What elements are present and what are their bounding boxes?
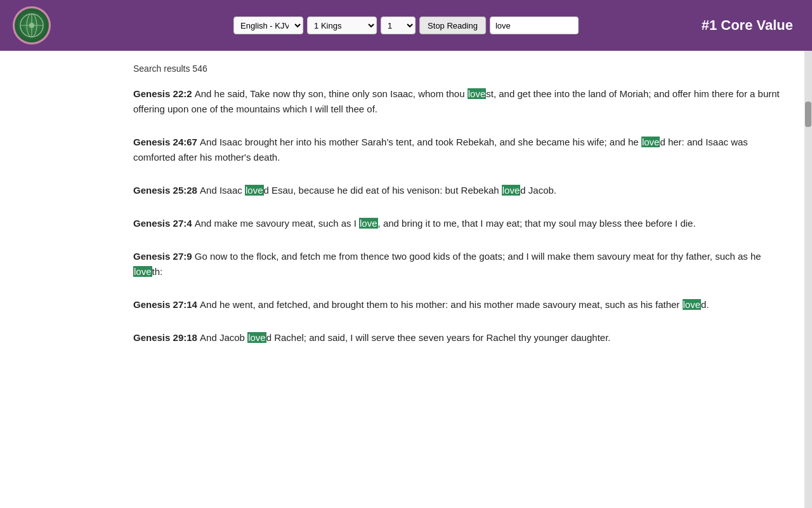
verse-ref: Genesis 25:28	[133, 185, 200, 196]
search-highlight: love	[641, 137, 660, 147]
verse-block: Genesis 25:28 And Isaac loved Esau, beca…	[133, 183, 780, 198]
search-highlight: love	[133, 266, 152, 277]
search-highlight: love	[359, 218, 378, 229]
verse-block: Genesis 27:9 Go now to the flock, and fe…	[133, 249, 780, 279]
logo-inner	[15, 9, 48, 42]
content-area: Search results 546 Genesis 22:2 And he s…	[0, 51, 799, 382]
verse-ref: Genesis 27:4	[133, 218, 195, 229]
search-highlight: love	[247, 332, 266, 343]
verse-block: Genesis 22:2 And he said, Take now thy s…	[133, 86, 780, 117]
stop-reading-button[interactable]: Stop Reading	[419, 17, 486, 34]
book-select[interactable]: 1 Kings	[307, 17, 377, 34]
language-select[interactable]: English - KJV	[233, 17, 303, 34]
verse-block: Genesis 27:4 And make me savoury meat, s…	[133, 216, 780, 231]
verse-ref: Genesis 29:18	[133, 332, 200, 343]
search-input[interactable]	[490, 17, 579, 34]
scrollbar-track[interactable]	[804, 51, 812, 508]
core-value-text: #1 Core Value	[702, 17, 793, 34]
search-results-label: Search results 546	[133, 64, 780, 74]
logo-circle	[13, 6, 51, 44]
chapter-select[interactable]: 1	[381, 17, 416, 34]
verse-block: Genesis 27:14 And he went, and fetched, …	[133, 297, 780, 312]
verse-ref: Genesis 24:67	[133, 137, 200, 147]
svg-point-4	[29, 23, 34, 28]
logo-area	[13, 6, 51, 44]
search-highlight: love	[245, 185, 264, 196]
verse-block: Genesis 24:67 And Isaac brought her into…	[133, 135, 780, 165]
verse-ref: Genesis 22:2	[133, 88, 195, 99]
verse-ref: Genesis 27:14	[133, 299, 200, 310]
verse-ref: Genesis 27:9	[133, 251, 195, 262]
verse-block: Genesis 29:18 And Jacob loved Rachel; an…	[133, 330, 780, 345]
scrollbar-thumb[interactable]	[805, 102, 811, 127]
search-highlight: love	[683, 299, 702, 310]
search-highlight: love	[502, 185, 521, 196]
search-highlight: love	[468, 88, 487, 99]
verses-container: Genesis 22:2 And he said, Take now thy s…	[133, 86, 780, 345]
controls-area: English - KJV 1 Kings 1 Stop Reading	[233, 17, 579, 34]
